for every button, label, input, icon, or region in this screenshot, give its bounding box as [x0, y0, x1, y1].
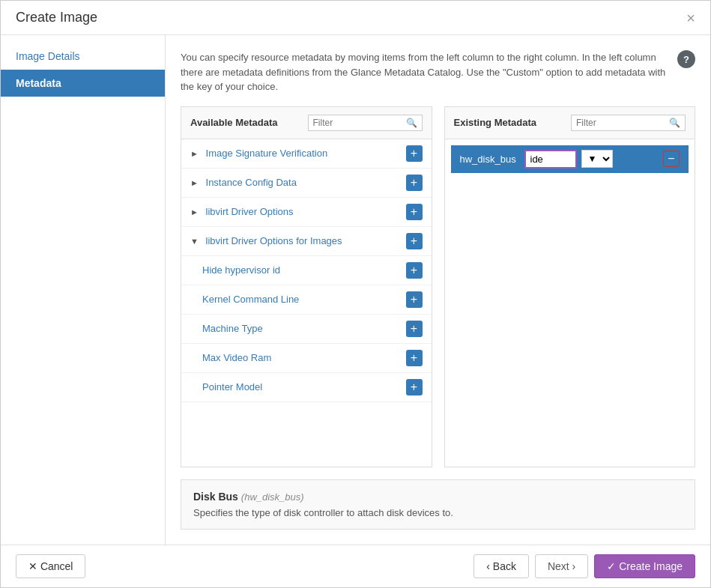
list-item[interactable]: ► Image Signature Verification + [181, 139, 432, 169]
footer-left: ✕ Cancel [16, 554, 85, 578]
available-filter-wrap: 🔍 [308, 115, 423, 131]
add-button[interactable]: + [406, 204, 423, 220]
chevron-down-icon: ▼ [190, 237, 199, 246]
modal-footer: ✕ Cancel ‹ Back Next › ✓ Create Image [1, 545, 710, 587]
sidebar-item-image-details[interactable]: Image Details [1, 43, 165, 70]
available-panel-title: Available Metadata [190, 117, 278, 128]
available-panel-body: ► Image Signature Verification + ► Insta… [181, 139, 432, 467]
existing-filter-wrap: 🔍 [571, 115, 686, 131]
add-button[interactable]: + [406, 262, 423, 279]
available-panel-header: Available Metadata 🔍 [181, 107, 432, 139]
footer-right: ‹ Back Next › ✓ Create Image [474, 554, 695, 578]
add-button[interactable]: + [406, 291, 423, 308]
add-button[interactable]: + [406, 321, 423, 337]
list-item[interactable]: Pointer Model + [181, 373, 432, 402]
list-item[interactable]: ► libvirt Driver Options + [181, 198, 432, 227]
available-filter-input[interactable] [313, 118, 403, 128]
available-metadata-panel: Available Metadata 🔍 ► Image Signature V… [181, 106, 432, 468]
modal-body: Image Details Metadata You can specify r… [1, 35, 710, 545]
existing-entry-row: hw_disk_bus ▼ − [451, 145, 689, 173]
next-button[interactable]: Next › [535, 554, 588, 578]
create-image-button[interactable]: ✓ Create Image [594, 554, 695, 578]
existing-panel-title: Existing Metadata [454, 117, 537, 128]
existing-filter-input[interactable] [576, 118, 666, 128]
modal-header: Create Image × [1, 1, 710, 35]
search-icon: 🔍 [406, 118, 417, 128]
description-bar: You can specify resource metadata by mov… [181, 50, 695, 94]
description-text: You can specify resource metadata by mov… [181, 50, 671, 94]
chevron-right-icon: ► [190, 178, 199, 187]
chevron-right-icon: ► [190, 149, 199, 158]
desc-title: Disk Bus (hw_disk_bus) [193, 491, 683, 503]
desc-key: (hw_disk_bus) [241, 491, 304, 503]
existing-panel-body: hw_disk_bus ▼ − [445, 139, 695, 467]
list-item[interactable]: Machine Type + [181, 315, 432, 344]
list-item[interactable]: ► Instance Config Data + [181, 169, 432, 198]
add-button[interactable]: + [406, 175, 423, 191]
add-button[interactable]: + [406, 233, 423, 249]
add-button[interactable]: + [406, 145, 423, 162]
sidebar: Image Details Metadata [1, 35, 166, 545]
description-box: Disk Bus (hw_disk_bus) Specifies the typ… [181, 479, 695, 530]
list-item[interactable]: ▼ libvirt Driver Options for Images + [181, 227, 432, 256]
cancel-button[interactable]: ✕ Cancel [16, 554, 85, 578]
modal: Create Image × Image Details Metadata Yo… [0, 0, 711, 588]
remove-button[interactable]: − [663, 151, 680, 167]
close-button[interactable]: × [686, 10, 695, 25]
add-button[interactable]: + [406, 350, 423, 366]
existing-entry-key: hw_disk_bus [460, 154, 520, 165]
existing-entry-value[interactable] [524, 150, 577, 169]
add-button[interactable]: + [406, 379, 423, 395]
modal-title: Create Image [16, 10, 97, 25]
list-item[interactable]: Kernel Command Line + [181, 285, 432, 315]
back-button[interactable]: ‹ Back [474, 554, 529, 578]
existing-metadata-panel: Existing Metadata 🔍 hw_disk_bus ▼ [444, 106, 696, 468]
chevron-right-icon: ► [190, 207, 199, 216]
list-item[interactable]: Hide hypervisor id + [181, 256, 432, 285]
panels-row: Available Metadata 🔍 ► Image Signature V… [181, 106, 695, 468]
main-content: You can specify resource metadata by mov… [166, 35, 710, 545]
list-item[interactable]: Max Video Ram + [181, 344, 432, 373]
desc-body: Specifies the type of disk controller to… [193, 507, 683, 518]
existing-entry-dropdown[interactable]: ▼ [581, 150, 613, 168]
search-icon: 🔍 [669, 118, 680, 128]
existing-panel-header: Existing Metadata 🔍 [445, 107, 695, 139]
help-icon[interactable]: ? [677, 50, 695, 68]
sidebar-item-metadata[interactable]: Metadata [1, 70, 165, 97]
